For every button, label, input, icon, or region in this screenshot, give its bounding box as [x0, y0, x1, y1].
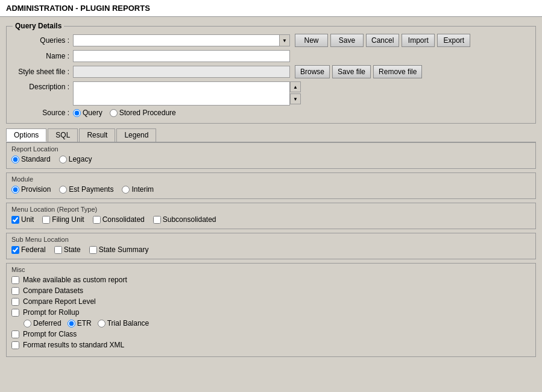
- report-location-standard[interactable]: Standard: [11, 155, 51, 163]
- sub-menu-state-checkbox[interactable]: [54, 246, 62, 254]
- tab-content-options: Report Location Standard Legacy Module P…: [6, 142, 536, 357]
- sub-menu-location-title: Sub Menu Location: [11, 236, 531, 243]
- menu-unit-checkbox[interactable]: [11, 216, 19, 224]
- import-button[interactable]: Import: [402, 34, 435, 47]
- description-textarea[interactable]: [73, 81, 290, 106]
- source-query-radio[interactable]: [73, 109, 81, 117]
- source-stored-procedure-option[interactable]: Stored Procedure: [110, 109, 176, 117]
- report-location-legacy[interactable]: Legacy: [59, 155, 92, 163]
- menu-subconsolidated-checkbox[interactable]: [153, 216, 161, 224]
- rollup-deferred-label: Deferred: [33, 319, 61, 327]
- misc-prompt-rollup-checkbox[interactable]: [11, 309, 19, 317]
- report-location-standard-label: Standard: [21, 155, 51, 163]
- rollup-etr-label: ETR: [77, 319, 92, 327]
- report-location-standard-radio[interactable]: [11, 156, 19, 163]
- source-storedproc-label: Stored Procedure: [119, 109, 176, 117]
- name-row: Name :: [13, 50, 529, 62]
- source-query-option[interactable]: Query: [73, 109, 102, 117]
- rollup-trial-balance[interactable]: Trial Balance: [98, 319, 150, 327]
- tab-legend[interactable]: Legend: [116, 128, 156, 142]
- query-details-group: Query Details Queries : ▼ New Save Cance…: [6, 22, 536, 124]
- misc-format-xml-label: Format results to standard XML: [23, 341, 124, 349]
- stylesheet-input[interactable]: [73, 66, 290, 78]
- misc-custom-report-label: Make available as custom report: [23, 276, 127, 284]
- description-row: Description : ▲ ▼: [13, 81, 529, 106]
- report-location-group: Report Location Standard Legacy: [6, 142, 536, 169]
- menu-subconsolidated-label: Subconsolidated: [163, 215, 216, 224]
- sub-menu-federal[interactable]: Federal: [11, 245, 46, 254]
- save-button[interactable]: Save: [330, 34, 364, 47]
- misc-format-xml-checkbox[interactable]: [11, 341, 19, 349]
- queries-label: Queries :: [13, 36, 73, 45]
- browse-button[interactable]: Browse: [295, 65, 330, 78]
- sub-menu-state-label: State: [64, 245, 81, 254]
- sub-menu-state-summary[interactable]: State Summary: [89, 245, 149, 254]
- name-input[interactable]: [73, 50, 290, 62]
- module-provision[interactable]: Provision: [11, 185, 51, 194]
- misc-format-xml: Format results to standard XML: [11, 341, 531, 349]
- module-title: Module: [11, 175, 531, 183]
- description-wrapper: [73, 81, 290, 106]
- module-est-payments[interactable]: Est Payments: [59, 185, 113, 194]
- rollup-deferred[interactable]: Deferred: [24, 319, 61, 327]
- cancel-button[interactable]: Cancel: [366, 34, 399, 47]
- stylesheet-label: Style sheet file :: [13, 68, 73, 76]
- report-location-legacy-radio[interactable]: [59, 156, 67, 163]
- tab-result[interactable]: Result: [79, 128, 115, 142]
- sub-menu-state-summary-checkbox[interactable]: [89, 246, 97, 254]
- report-location-title: Report Location: [11, 145, 531, 153]
- module-interim-radio[interactable]: [122, 186, 130, 194]
- queries-select-wrapper: ▼: [73, 34, 290, 46]
- misc-custom-report-checkbox[interactable]: [11, 276, 19, 284]
- tab-sql[interactable]: SQL: [48, 128, 78, 142]
- queries-row: Queries : ▼ New Save Cancel Import Expor…: [13, 34, 529, 47]
- rollup-etr-radio[interactable]: [68, 320, 75, 327]
- misc-title: Misc: [11, 266, 531, 273]
- sub-menu-state-summary-label: State Summary: [99, 245, 149, 254]
- menu-location-group: Menu Location (Report Type) Unit Filing …: [6, 203, 536, 229]
- export-button[interactable]: Export: [437, 34, 470, 47]
- module-interim-label: Interim: [131, 185, 154, 194]
- scroll-down-button[interactable]: ▼: [290, 93, 301, 104]
- misc-compare-datasets-checkbox[interactable]: [11, 287, 19, 295]
- misc-custom-report: Make available as custom report: [11, 276, 531, 284]
- menu-consolidated[interactable]: Consolidated: [93, 215, 145, 224]
- tabs-bar: Options SQL Result Legend: [6, 128, 536, 142]
- menu-subconsolidated[interactable]: Subconsolidated: [153, 215, 216, 224]
- scroll-up-button[interactable]: ▲: [290, 81, 301, 92]
- menu-filing-unit-checkbox[interactable]: [42, 216, 50, 224]
- remove-file-button[interactable]: Remove file: [373, 65, 422, 78]
- sub-menu-federal-checkbox[interactable]: [11, 246, 19, 254]
- menu-filing-unit[interactable]: Filing Unit: [42, 215, 84, 224]
- menu-location-checkbox-row: Unit Filing Unit Consolidated Subconsoli…: [11, 215, 531, 224]
- rollup-trial-balance-radio[interactable]: [98, 320, 106, 327]
- sub-menu-federal-label: Federal: [21, 245, 46, 254]
- desc-scroll-buttons: ▲ ▼: [290, 81, 301, 104]
- file-buttons: Browse Save file Remove file: [295, 65, 422, 78]
- misc-prompt-rollup-row: Prompt for Rollup: [11, 308, 531, 317]
- module-provision-radio[interactable]: [11, 186, 19, 194]
- source-storedproc-radio[interactable]: [110, 109, 118, 117]
- save-file-button[interactable]: Save file: [332, 65, 371, 78]
- sub-menu-state[interactable]: State: [54, 245, 81, 254]
- menu-filing-unit-label: Filing Unit: [52, 215, 84, 224]
- misc-compare-report-level-checkbox[interactable]: [11, 298, 19, 306]
- menu-consolidated-label: Consolidated: [102, 215, 145, 224]
- module-interim[interactable]: Interim: [122, 185, 154, 194]
- misc-prompt-class-label: Prompt for Class: [23, 330, 77, 338]
- module-estpayments-radio[interactable]: [59, 186, 67, 194]
- misc-prompt-class-checkbox[interactable]: [11, 330, 19, 338]
- rollup-etr[interactable]: ETR: [68, 319, 92, 327]
- menu-consolidated-checkbox[interactable]: [93, 216, 101, 224]
- module-radio-row: Provision Est Payments Interim: [11, 185, 531, 194]
- rollup-trial-balance-label: Trial Balance: [107, 319, 150, 327]
- menu-unit[interactable]: Unit: [11, 215, 34, 224]
- module-group: Module Provision Est Payments Interim: [6, 172, 536, 199]
- source-label: Source :: [13, 109, 73, 117]
- tab-options[interactable]: Options: [6, 128, 46, 142]
- new-button[interactable]: New: [295, 34, 328, 47]
- queries-select[interactable]: [73, 34, 290, 46]
- misc-compare-datasets-label: Compare Datasets: [23, 286, 83, 295]
- rollup-deferred-radio[interactable]: [24, 320, 31, 327]
- module-estpayments-label: Est Payments: [69, 185, 113, 194]
